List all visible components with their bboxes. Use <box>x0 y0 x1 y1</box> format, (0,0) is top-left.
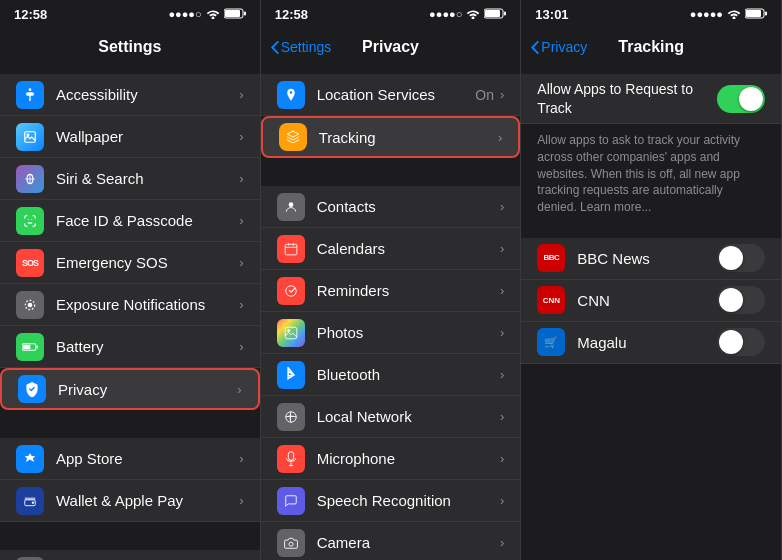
settings-item-exposure[interactable]: Exposure Notifications › <box>0 284 260 326</box>
priv-camera-label: Camera <box>317 534 500 551</box>
privacy-item-localnet[interactable]: Local Network › <box>261 396 521 438</box>
cnn-label: CNN <box>577 292 717 309</box>
privacy-item-speech[interactable]: Speech Recognition › <box>261 480 521 522</box>
tracking-label: Tracking <box>319 129 498 146</box>
status-icons-2: ●●●●○ <box>429 8 506 21</box>
privacy-nav: Settings Privacy <box>261 28 521 66</box>
settings-item-faceid[interactable]: Face ID & Passcode › <box>0 200 260 242</box>
location-value: On <box>475 87 494 103</box>
settings-item-passwords[interactable]: Passwords › <box>0 550 260 560</box>
tracking-back-label: Privacy <box>541 39 587 55</box>
bbc-label: BBC News <box>577 250 717 267</box>
bbc-app-icon: BBC <box>537 244 565 272</box>
priv-calendars-label: Calendars <box>317 240 500 257</box>
privacy-back-label: Settings <box>281 39 332 55</box>
wallet-chevron: › <box>239 493 243 508</box>
status-icons-1: ●●●●○ <box>168 8 245 21</box>
tracking-title: Tracking <box>618 38 684 56</box>
signal-icon: ●●●●○ <box>168 8 201 20</box>
siri-chevron: › <box>239 171 243 186</box>
accessibility-label: Accessibility <box>56 86 239 103</box>
wallet-icon <box>16 487 44 515</box>
settings-item-wallpaper[interactable]: Wallpaper › <box>0 116 260 158</box>
tracking-back-button[interactable]: Privacy <box>531 39 587 55</box>
settings-item-siri[interactable]: Siri & Search › <box>0 158 260 200</box>
priv-microphone-chevron: › <box>500 451 504 466</box>
tracking-nav: Privacy Tracking <box>521 28 781 66</box>
emergency-label: Emergency SOS <box>56 254 239 271</box>
svg-point-3 <box>29 88 32 91</box>
location-chevron: › <box>500 87 504 102</box>
settings-item-privacy[interactable]: Privacy › <box>0 368 260 410</box>
privacy-item-tracking[interactable]: Tracking › <box>261 116 521 158</box>
svg-rect-10 <box>23 344 30 348</box>
privacy-back-button[interactable]: Settings <box>271 39 332 55</box>
privacy-item-microphone[interactable]: Microphone › <box>261 438 521 480</box>
privacy-item-reminders[interactable]: Reminders › <box>261 270 521 312</box>
battery-item-icon <box>16 333 44 361</box>
wallet-label: Wallet & Apple Pay <box>56 492 239 509</box>
svg-point-7 <box>28 302 33 307</box>
privacy-item-camera[interactable]: Camera › <box>261 522 521 560</box>
accessibility-icon <box>16 81 44 109</box>
signal-icon-2: ●●●●○ <box>429 8 462 20</box>
priv-bluetooth-label: Bluetooth <box>317 366 500 383</box>
bbc-toggle[interactable] <box>717 244 765 272</box>
wallpaper-icon <box>16 123 44 151</box>
privacy-panel: 12:58 ●●●●○ Settings Privacy Location Se… <box>261 0 522 560</box>
wifi-icon-3 <box>727 8 741 21</box>
status-bar-1: 12:58 ●●●●○ <box>0 0 260 28</box>
privacy-label: Privacy <box>58 381 237 398</box>
settings-item-emergency[interactable]: SOS Emergency SOS › <box>0 242 260 284</box>
magalu-toggle[interactable] <box>717 328 765 356</box>
settings-item-battery[interactable]: Battery › <box>0 326 260 368</box>
allow-tracking-label: Allow Apps to Request to Track <box>537 80 717 116</box>
priv-calendars-icon <box>277 235 305 263</box>
priv-localnet-label: Local Network <box>317 408 500 425</box>
svg-rect-1 <box>225 10 240 17</box>
privacy-item-location[interactable]: Location Services On › <box>261 74 521 116</box>
exposure-icon <box>16 291 44 319</box>
svg-point-33 <box>289 542 293 546</box>
accessibility-chevron: › <box>239 87 243 102</box>
priv-speech-chevron: › <box>500 493 504 508</box>
svg-point-13 <box>32 501 34 503</box>
status-icons-3: ●●●●● <box>690 8 767 21</box>
emergency-chevron: › <box>239 255 243 270</box>
wallpaper-chevron: › <box>239 129 243 144</box>
wallpaper-label: Wallpaper <box>56 128 239 145</box>
svg-rect-32 <box>288 451 293 460</box>
privacy-item-calendars[interactable]: Calendars › <box>261 228 521 270</box>
svg-rect-25 <box>504 11 506 15</box>
siri-label: Siri & Search <box>56 170 239 187</box>
status-bar-3: 13:01 ●●●●● <box>521 0 781 28</box>
faceid-icon <box>16 207 44 235</box>
priv-reminders-chevron: › <box>500 283 504 298</box>
privacy-item-photos[interactable]: Photos › <box>261 312 521 354</box>
cnn-toggle[interactable] <box>717 286 765 314</box>
priv-microphone-icon <box>277 445 305 473</box>
settings-item-appstore[interactable]: App Store › <box>0 438 260 480</box>
privacy-chevron: › <box>237 382 241 397</box>
wifi-icon-2 <box>466 8 480 21</box>
settings-item-accessibility[interactable]: Accessibility › <box>0 74 260 116</box>
faceid-label: Face ID & Passcode <box>56 212 239 229</box>
tracking-settings-list: Allow Apps to Request to Track Allow app… <box>521 66 781 560</box>
cnn-app-icon: CNN <box>537 286 565 314</box>
privacy-icon <box>18 375 46 403</box>
svg-rect-2 <box>244 11 246 15</box>
svg-rect-38 <box>765 11 767 15</box>
privacy-item-bluetooth[interactable]: Bluetooth › <box>261 354 521 396</box>
settings-item-wallet[interactable]: Wallet & Apple Pay › <box>0 480 260 522</box>
priv-bluetooth-chevron: › <box>500 367 504 382</box>
allow-tracking-toggle[interactable] <box>717 85 765 113</box>
siri-icon <box>16 165 44 193</box>
priv-contacts-chevron: › <box>500 199 504 214</box>
privacy-item-contacts[interactable]: Contacts › <box>261 186 521 228</box>
tracking-desc-text: Allow apps to ask to track your activity… <box>537 133 740 214</box>
tracking-icon <box>279 123 307 151</box>
priv-localnet-chevron: › <box>500 409 504 424</box>
priv-photos-label: Photos <box>317 324 500 341</box>
magalu-app-icon: 🛒 <box>537 328 565 356</box>
priv-bluetooth-icon <box>277 361 305 389</box>
